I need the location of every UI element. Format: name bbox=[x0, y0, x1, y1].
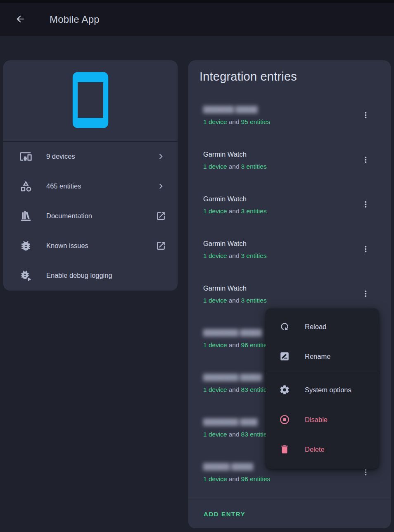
dots-vertical-icon bbox=[361, 468, 370, 478]
back-button[interactable] bbox=[10, 10, 30, 29]
entities-row-label: 465 entities bbox=[46, 182, 81, 190]
known-issues-row[interactable]: Known issues bbox=[3, 231, 178, 260]
entry-name: ████████ ████ bbox=[203, 417, 258, 427]
entry-name: ██████ █████ bbox=[203, 462, 253, 472]
entry-subtitle: 1 deviceand83 entities bbox=[203, 385, 270, 394]
bookshelf-icon bbox=[19, 210, 32, 222]
entry-subtitle: 1 deviceand95 entities bbox=[203, 117, 270, 126]
entities-row[interactable]: 465 entities bbox=[3, 172, 178, 201]
entry-menu-button[interactable] bbox=[360, 155, 371, 166]
entities-link[interactable]: 95 entities bbox=[241, 118, 271, 125]
integration-entry[interactable]: Garmin Watch 1 deviceand3 entities bbox=[188, 188, 391, 233]
integration-info-card: 9 devices 465 entities Documentation Kno… bbox=[3, 60, 178, 291]
integration-entry[interactable]: ███████ █████ 1 deviceand95 entities bbox=[188, 99, 391, 144]
devices-link[interactable]: 1 device bbox=[203, 475, 227, 482]
menu-item-label: Delete bbox=[305, 446, 325, 453]
entry-subtitle: 1 deviceand96 entities bbox=[203, 341, 270, 350]
integration-entry[interactable]: Garmin Watch 1 deviceand3 entities bbox=[188, 233, 391, 278]
entities-link[interactable]: 96 entities bbox=[241, 475, 271, 482]
menu-item-label: Disable bbox=[305, 416, 328, 424]
entry-menu-button[interactable] bbox=[360, 110, 371, 121]
menu-item-disable[interactable]: Disable bbox=[266, 405, 379, 434]
reload-icon bbox=[279, 321, 290, 332]
subtitle-conjunction: and bbox=[229, 475, 240, 482]
entry-menu-button[interactable] bbox=[360, 244, 371, 255]
devices-icon bbox=[19, 150, 32, 163]
dots-vertical-icon bbox=[361, 155, 370, 166]
shapes-icon bbox=[19, 180, 32, 193]
entry-menu-button[interactable] bbox=[360, 199, 371, 210]
menu-item-delete[interactable]: Delete bbox=[266, 434, 379, 464]
entry-name: Garmin Watch bbox=[203, 149, 247, 159]
add-entry-row: ADD ENTRY bbox=[188, 499, 391, 528]
subtitle-conjunction: and bbox=[229, 431, 240, 438]
entities-link[interactable]: 3 entities bbox=[241, 208, 267, 215]
menu-item-label: Reload bbox=[305, 323, 326, 331]
subtitle-conjunction: and bbox=[229, 252, 240, 259]
bug-icon bbox=[19, 239, 32, 252]
menu-item-rename[interactable]: Rename bbox=[266, 341, 379, 371]
known-issues-row-label: Known issues bbox=[46, 242, 88, 250]
menu-item-label: Rename bbox=[305, 353, 330, 360]
gear-icon bbox=[279, 384, 290, 395]
devices-link[interactable]: 1 device bbox=[203, 252, 227, 259]
devices-link[interactable]: 1 device bbox=[203, 297, 227, 304]
entry-menu-button[interactable] bbox=[360, 289, 371, 300]
enable-debug-logging-label: Enable debug logging bbox=[46, 272, 112, 279]
entry-subtitle: 1 deviceand83 entities bbox=[203, 430, 270, 439]
open-in-new-icon bbox=[156, 211, 166, 221]
devices-link[interactable]: 1 device bbox=[203, 386, 227, 393]
cellphone-icon bbox=[60, 69, 121, 132]
devices-link[interactable]: 1 device bbox=[203, 208, 227, 215]
enable-debug-logging-row[interactable]: Enable debug logging bbox=[3, 260, 178, 290]
stop-circle-icon bbox=[279, 414, 290, 425]
subtitle-conjunction: and bbox=[229, 386, 240, 393]
subtitle-conjunction: and bbox=[229, 163, 240, 170]
devices-link[interactable]: 1 device bbox=[203, 431, 227, 438]
entry-name: Garmin Watch bbox=[203, 239, 247, 248]
entry-subtitle: 1 deviceand96 entities bbox=[203, 475, 270, 484]
trash-icon bbox=[279, 444, 290, 455]
entry-name: ███████ █████ bbox=[203, 105, 258, 115]
menu-item-reload[interactable]: Reload bbox=[266, 312, 379, 341]
info-rows: 9 devices 465 entities Documentation Kno… bbox=[3, 142, 178, 290]
chevron-right-icon bbox=[156, 151, 166, 162]
entry-name: ████████ █████ bbox=[203, 328, 262, 338]
integration-entry[interactable]: Garmin Watch 1 deviceand3 entities bbox=[188, 144, 391, 188]
arrow-left-icon bbox=[15, 14, 26, 26]
window-top-edge bbox=[0, 0, 394, 3]
chevron-right-icon bbox=[156, 181, 166, 191]
documentation-row-label: Documentation bbox=[46, 212, 92, 220]
documentation-row[interactable]: Documentation bbox=[3, 201, 178, 231]
entities-link[interactable]: 3 entities bbox=[241, 252, 267, 259]
entries-card-title: Integration entries bbox=[199, 70, 297, 83]
integration-icon-area bbox=[3, 60, 178, 142]
add-entry-button[interactable]: ADD ENTRY bbox=[204, 511, 245, 518]
entities-link[interactable]: 3 entities bbox=[241, 297, 267, 304]
devices-link[interactable]: 1 device bbox=[203, 341, 227, 348]
page-title: Mobile App bbox=[50, 14, 100, 25]
devices-row[interactable]: 9 devices bbox=[3, 142, 178, 172]
entry-subtitle: 1 deviceand3 entities bbox=[203, 162, 267, 171]
entry-subtitle: 1 deviceand3 entities bbox=[203, 296, 267, 305]
entities-link[interactable]: 3 entities bbox=[241, 163, 267, 170]
dots-vertical-icon bbox=[361, 244, 370, 255]
bug-play-icon bbox=[19, 269, 32, 282]
dots-vertical-icon bbox=[361, 110, 370, 121]
devices-link[interactable]: 1 device bbox=[203, 118, 227, 125]
subtitle-conjunction: and bbox=[229, 341, 240, 348]
dots-vertical-icon bbox=[361, 289, 370, 300]
entry-context-menu: Reload Rename System options Disable Del… bbox=[266, 308, 379, 469]
open-in-new-icon bbox=[156, 241, 166, 251]
menu-item-label: System options bbox=[305, 386, 351, 394]
menu-divider bbox=[266, 373, 379, 373]
dots-vertical-icon bbox=[361, 200, 370, 210]
subtitle-conjunction: and bbox=[229, 118, 240, 125]
entry-menu-button[interactable] bbox=[360, 467, 371, 478]
subtitle-conjunction: and bbox=[229, 297, 240, 304]
menu-item-system-options[interactable]: System options bbox=[266, 375, 379, 405]
entry-subtitle: 1 deviceand3 entities bbox=[203, 207, 267, 216]
devices-link[interactable]: 1 device bbox=[203, 163, 227, 170]
rename-icon bbox=[279, 351, 290, 362]
app-bar: Mobile App bbox=[0, 3, 394, 36]
